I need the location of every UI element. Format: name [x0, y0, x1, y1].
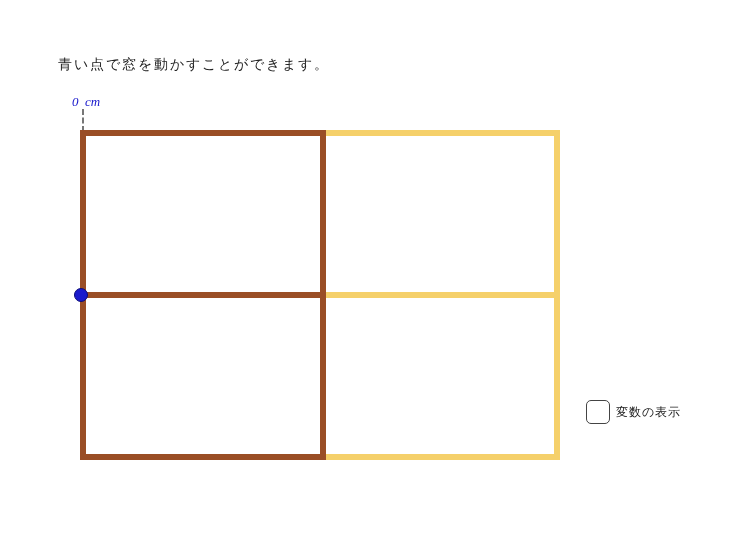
measure-unit: cm	[85, 94, 100, 109]
measure-value: 0	[72, 94, 79, 109]
show-variables-checkbox[interactable]: 変数の表示	[586, 400, 681, 424]
checkbox-label: 変数の表示	[616, 404, 681, 421]
instruction-text: 青い点で窓を動かすことができます。	[58, 56, 330, 74]
measure-tick	[82, 109, 84, 132]
measure-label: 0 cm	[72, 94, 100, 110]
inner-midline	[83, 292, 323, 298]
drag-point[interactable]	[74, 288, 88, 302]
checkbox-box[interactable]	[586, 400, 610, 424]
canvas: 青い点で窓を動かすことができます。 0 cm 変数の表示	[0, 0, 741, 549]
